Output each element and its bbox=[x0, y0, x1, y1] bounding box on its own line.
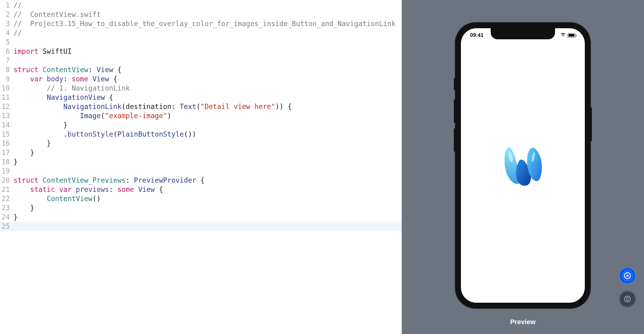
code-content[interactable]: NavigationLink(destination: Text("Detail… bbox=[13, 102, 402, 111]
code-content[interactable]: NavigationView { bbox=[13, 93, 402, 102]
line-number: 17 bbox=[0, 148, 13, 157]
phone-notch bbox=[491, 28, 555, 39]
code-content[interactable]: } bbox=[13, 120, 402, 130]
line-number: 13 bbox=[0, 111, 13, 120]
phone-mute-switch bbox=[454, 78, 455, 90]
iphone-mockup: 09:41 bbox=[455, 23, 590, 308]
line-number: 22 bbox=[0, 194, 13, 203]
code-line[interactable]: 9 var body: some View { bbox=[0, 74, 402, 84]
code-content[interactable]: import SwiftUI bbox=[13, 47, 402, 56]
code-content[interactable]: // ContentView.swift bbox=[13, 10, 402, 19]
svg-rect-5 bbox=[627, 297, 628, 301]
phone-screen[interactable]: 09:41 bbox=[461, 28, 585, 303]
code-content[interactable]: struct ContentView: View { bbox=[13, 65, 402, 74]
code-line[interactable]: 2// ContentView.swift bbox=[0, 10, 402, 19]
line-number: 19 bbox=[0, 166, 13, 176]
code-line[interactable]: 25 bbox=[0, 222, 402, 231]
line-number: 12 bbox=[0, 102, 13, 111]
example-image bbox=[498, 141, 547, 190]
code-line[interactable]: 7 bbox=[0, 56, 402, 65]
preview-label: Preview bbox=[402, 318, 644, 326]
code-content[interactable]: // 1. NavigationLink bbox=[13, 84, 402, 93]
line-number: 9 bbox=[0, 74, 13, 84]
code-line[interactable]: 3// Project3.15_How_to_disable_the_overl… bbox=[0, 19, 402, 28]
code-content[interactable]: struct ContentView_Previews: PreviewProv… bbox=[13, 176, 402, 185]
code-line[interactable]: 1// bbox=[0, 1, 402, 10]
code-line[interactable]: 15 .buttonStyle(PlainButtonStyle()) bbox=[0, 130, 402, 139]
line-number: 16 bbox=[0, 139, 13, 148]
code-content[interactable]: ContentView() bbox=[13, 194, 402, 203]
code-content[interactable]: // bbox=[13, 1, 402, 10]
line-number: 20 bbox=[0, 176, 13, 185]
phone-volume-down bbox=[454, 128, 455, 152]
line-number: 11 bbox=[0, 93, 13, 102]
code-line[interactable]: 22 ContentView() bbox=[0, 194, 402, 203]
code-content[interactable]: .buttonStyle(PlainButtonStyle()) bbox=[13, 130, 402, 139]
preview-device-button[interactable] bbox=[619, 290, 636, 308]
code-content[interactable]: var body: some View { bbox=[13, 74, 402, 84]
line-number: 8 bbox=[0, 65, 13, 74]
code-content[interactable]: } bbox=[13, 139, 402, 148]
code-line[interactable]: 21 static var previews: some View { bbox=[0, 185, 402, 194]
svg-point-4 bbox=[624, 296, 631, 302]
line-number: 5 bbox=[0, 37, 13, 47]
code-line[interactable]: 5 bbox=[0, 37, 402, 47]
line-number: 3 bbox=[0, 19, 13, 28]
code-line[interactable]: 24} bbox=[0, 212, 402, 222]
preview-play-button[interactable] bbox=[619, 267, 636, 284]
navigation-link[interactable] bbox=[461, 28, 585, 303]
line-number: 1 bbox=[0, 1, 13, 10]
line-number: 6 bbox=[0, 47, 13, 56]
status-time: 09:41 bbox=[470, 32, 483, 38]
code-line[interactable]: 23 } bbox=[0, 203, 402, 212]
code-line[interactable]: 4// bbox=[0, 28, 402, 37]
code-line[interactable]: 6import SwiftUI bbox=[0, 47, 402, 56]
phone-volume-up bbox=[454, 99, 455, 123]
code-line[interactable]: 19 bbox=[0, 166, 402, 176]
line-number: 7 bbox=[0, 56, 13, 65]
code-content[interactable] bbox=[13, 222, 402, 231]
code-line[interactable]: 17 } bbox=[0, 148, 402, 157]
code-content[interactable]: static var previews: some View { bbox=[13, 185, 402, 194]
wifi-icon bbox=[560, 32, 566, 38]
line-number: 24 bbox=[0, 212, 13, 222]
code-content[interactable]: Image("example-image") bbox=[13, 111, 402, 120]
code-content[interactable]: } bbox=[13, 212, 402, 222]
code-line[interactable]: 11 NavigationView { bbox=[0, 93, 402, 102]
code-content[interactable] bbox=[13, 56, 402, 65]
code-line[interactable]: 8struct ContentView: View { bbox=[0, 65, 402, 74]
code-line[interactable]: 18} bbox=[0, 157, 402, 166]
line-number: 4 bbox=[0, 28, 13, 37]
code-line[interactable]: 16 } bbox=[0, 139, 402, 148]
code-content[interactable]: // Project3.15_How_to_disable_the_overla… bbox=[13, 19, 402, 28]
line-number: 23 bbox=[0, 203, 13, 212]
preview-canvas[interactable]: 09:41 bbox=[402, 0, 644, 334]
svg-rect-3 bbox=[627, 275, 629, 277]
code-content[interactable]: // bbox=[13, 28, 402, 37]
code-content[interactable]: } bbox=[13, 203, 402, 212]
line-number: 10 bbox=[0, 84, 13, 93]
code-line[interactable]: 10 // 1. NavigationLink bbox=[0, 84, 402, 93]
battery-icon bbox=[568, 33, 576, 37]
line-number: 25 bbox=[0, 222, 13, 231]
code-content[interactable] bbox=[13, 37, 402, 47]
code-content[interactable]: } bbox=[13, 157, 402, 166]
code-content[interactable]: } bbox=[13, 148, 402, 157]
code-line[interactable]: 20struct ContentView_Previews: PreviewPr… bbox=[0, 176, 402, 185]
line-number: 18 bbox=[0, 157, 13, 166]
line-number: 14 bbox=[0, 120, 13, 130]
code-line[interactable]: 14 } bbox=[0, 120, 402, 130]
line-number: 21 bbox=[0, 185, 13, 194]
line-number: 2 bbox=[0, 10, 13, 19]
code-line[interactable]: 12 NavigationLink(destination: Text("Det… bbox=[0, 102, 402, 111]
code-content[interactable] bbox=[13, 166, 402, 176]
line-number: 15 bbox=[0, 130, 13, 139]
code-line[interactable]: 13 Image("example-image") bbox=[0, 111, 402, 120]
phone-power-button bbox=[590, 107, 592, 141]
code-editor[interactable]: 1//2// ContentView.swift3// Project3.15_… bbox=[0, 0, 402, 334]
